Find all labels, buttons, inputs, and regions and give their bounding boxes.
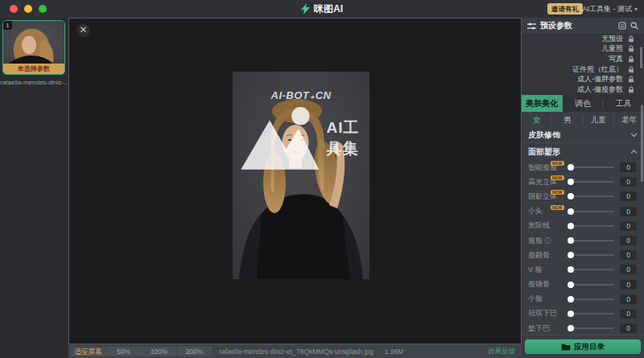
slider-value[interactable]: 0 xyxy=(620,280,637,290)
preset-item[interactable]: 儿童照 xyxy=(522,44,644,55)
slider-track[interactable] xyxy=(568,284,614,286)
panel-tabs: 美肤美化调色工具 xyxy=(522,95,644,112)
slider-group: NEW智能瘦脸0NEW高光立体0NEW阴影立体0NEW小头0发际线0瘦脸ⓘ0瘦颧… xyxy=(522,160,644,335)
preset-item[interactable]: 成人-偏胖参数 xyxy=(522,74,644,84)
gender-tab[interactable]: 女 xyxy=(522,115,552,125)
slider-track[interactable] xyxy=(568,240,614,241)
slider-value[interactable]: 0 xyxy=(620,323,637,333)
preset-item[interactable]: 成人-偏瘦参数 xyxy=(522,84,644,95)
slider-knob[interactable] xyxy=(568,282,574,288)
section-face-shaping[interactable]: 面部塑形 xyxy=(522,144,644,160)
photo-thumbnail[interactable]: 1 未选择参数 xyxy=(2,20,65,75)
apply-directory-button[interactable]: 应用目录 xyxy=(525,339,641,354)
fit-screen-button[interactable]: 适应屏幕 xyxy=(71,347,105,356)
slider-track[interactable] xyxy=(568,298,614,300)
tab-tools[interactable]: 工具 xyxy=(603,95,644,112)
lock-icon xyxy=(628,76,634,83)
slider-label-text: 瘦脸 xyxy=(528,236,543,246)
new-badge: NEW xyxy=(551,190,564,195)
slider-track[interactable] xyxy=(568,327,614,329)
slider-row: 瘦脸ⓘ0 xyxy=(522,233,644,248)
slider-row: NEW阴影立体0 xyxy=(522,189,644,204)
slider-value[interactable]: 0 xyxy=(620,221,637,231)
slider-value[interactable]: 0 xyxy=(620,191,637,201)
slider-value[interactable]: 0 xyxy=(620,207,637,216)
slider-value[interactable]: 0 xyxy=(620,163,637,172)
thumbnail-index-badge: 1 xyxy=(3,21,12,30)
slider-track[interactable] xyxy=(568,269,614,270)
statusbar: 适应屏幕 50%100%200% rafaella-mendes-diniz-e… xyxy=(68,344,522,358)
lock-icon xyxy=(628,66,634,73)
slider-knob[interactable] xyxy=(568,252,574,258)
slider-knob[interactable] xyxy=(568,164,574,171)
slider-track[interactable] xyxy=(568,167,614,168)
info-icon[interactable]: ⓘ xyxy=(544,237,551,245)
photo-image xyxy=(233,72,369,279)
slider-row: 小脸0 xyxy=(522,292,644,307)
slider-value[interactable]: 0 xyxy=(620,294,637,304)
new-badge: NEW xyxy=(551,161,564,166)
photo-list-sidebar: 1 未选择参数 rafaella-mendes-diniz-... xyxy=(0,18,68,358)
preset-library-icon[interactable] xyxy=(618,22,626,30)
tab-color[interactable]: 调色 xyxy=(563,95,604,112)
section-skin-retouch[interactable]: 皮肤修饰 xyxy=(522,127,644,143)
slider-knob[interactable] xyxy=(568,223,574,229)
slider-value[interactable]: 0 xyxy=(620,250,637,260)
search-icon[interactable] xyxy=(630,22,638,30)
slider-knob[interactable] xyxy=(568,237,574,244)
slider-label-text: 瘦颌骨 xyxy=(528,279,550,290)
new-badge: NEW xyxy=(551,175,564,180)
slider-knob[interactable] xyxy=(568,193,574,200)
slider-value[interactable]: 0 xyxy=(620,309,637,319)
slider-knob[interactable] xyxy=(568,266,574,273)
preset-item[interactable]: 证件照（红底） xyxy=(522,64,644,75)
slider-track[interactable] xyxy=(568,225,614,227)
new-badge: NEW xyxy=(551,205,564,210)
slider-label: V 脸 xyxy=(528,265,568,275)
slider-knob[interactable] xyxy=(568,325,574,331)
preset-item-label: 成人-偏瘦参数 xyxy=(577,84,623,95)
slider-row: V 脸0 xyxy=(522,262,644,277)
tab-beautify[interactable]: 美肤美化 xyxy=(522,95,563,112)
preset-scrollbar[interactable] xyxy=(640,47,642,68)
slider-track[interactable] xyxy=(568,254,614,256)
workspace-dropdown[interactable]: AI工具集 - 测试 ▾ xyxy=(582,4,638,14)
zoom-level-button[interactable]: 200% xyxy=(177,347,212,356)
preset-header: 预设参数 xyxy=(522,18,644,34)
panel-scrollbar[interactable] xyxy=(641,105,643,182)
slider-knob[interactable] xyxy=(568,296,574,302)
slider-value[interactable]: 0 xyxy=(620,236,637,245)
slider-track[interactable] xyxy=(568,313,614,315)
slider-track[interactable] xyxy=(568,211,614,212)
gender-tab[interactable]: 老年 xyxy=(614,115,644,125)
gender-tabs: 女男儿童老年 xyxy=(522,112,644,127)
slider-knob[interactable] xyxy=(568,311,574,317)
slider-row: 垫下巴0 xyxy=(522,321,644,335)
slider-label-text: 发际线 xyxy=(528,220,550,231)
lock-icon xyxy=(628,45,634,52)
gender-tab[interactable]: 儿童 xyxy=(584,115,614,125)
slider-value[interactable]: 0 xyxy=(620,177,637,187)
slider-label-text: 垫下巴 xyxy=(528,323,550,334)
preset-list: 无预设儿童照写真证件照（红底）成人-偏胖参数成人-偏瘦参数 xyxy=(522,34,644,95)
preset-item[interactable]: 写真 xyxy=(522,54,644,64)
gender-tab[interactable]: 男 xyxy=(552,115,583,125)
watermark-text: AI-BOT₊CN xyxy=(233,89,369,101)
watermark-brand: AI工具集 xyxy=(233,104,369,174)
slider-label: 垫下巴 xyxy=(528,323,568,334)
slider-track[interactable] xyxy=(568,181,614,183)
slider-knob[interactable] xyxy=(568,179,574,185)
slider-knob[interactable] xyxy=(568,208,574,215)
adjustments-panel: 预设参数 无预设儿童照写真证件照（红底）成人-偏胖参数成人-偏瘦参数 美肤美化调… xyxy=(522,18,644,358)
slider-value[interactable]: 0 xyxy=(620,265,637,274)
invite-button[interactable]: 邀请有礼 xyxy=(547,3,583,14)
slider-row: 瘦颧骨0 xyxy=(522,248,644,262)
slider-row: 发际线0 xyxy=(522,219,644,233)
preset-item[interactable]: 无预设 xyxy=(522,34,644,44)
zoom-level-button[interactable]: 100% xyxy=(142,347,176,356)
close-image-button[interactable]: ✕ xyxy=(76,23,90,37)
feedback-link[interactable]: 效果反馈 xyxy=(488,347,515,356)
open-filename: rafaella-mendes-diniz-et_78QkMMQs-unspla… xyxy=(219,348,374,356)
zoom-level-button[interactable]: 50% xyxy=(106,347,141,356)
slider-track[interactable] xyxy=(568,195,614,197)
